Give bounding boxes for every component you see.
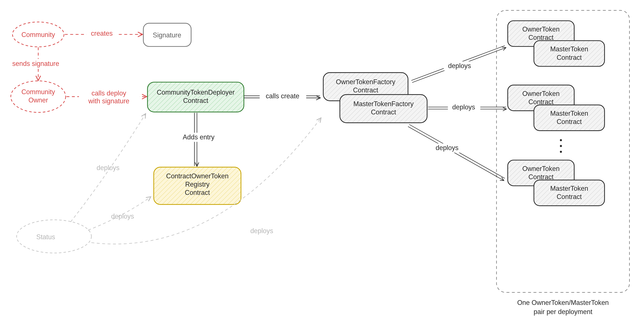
svg-text:Contract: Contract xyxy=(557,118,582,125)
svg-text:deploys: deploys xyxy=(250,227,273,235)
svg-text:deploys: deploys xyxy=(436,144,458,152)
svg-point-41 xyxy=(560,151,562,153)
calls-deploy-line2: with signature xyxy=(88,97,130,105)
registry-line2: Registry xyxy=(185,180,210,188)
vertical-ellipsis xyxy=(560,139,562,153)
svg-text:MasterToken: MasterToken xyxy=(550,110,588,117)
svg-text:deploys: deploys xyxy=(452,103,475,111)
master-token-factory-node: MasterTokenFactory Contract xyxy=(340,95,427,123)
deployer-line2: Contract xyxy=(183,97,208,104)
svg-text:deploys: deploys xyxy=(96,164,120,171)
registry-line1: ContractOwnerToken xyxy=(166,172,228,180)
master-factory-line1: MasterTokenFactory xyxy=(353,100,414,108)
adds-entry-label: Adds entry xyxy=(183,133,215,141)
svg-point-39 xyxy=(560,139,562,141)
svg-text:Contract: Contract xyxy=(528,173,554,180)
registry-node: ContractOwnerToken Registry Contract xyxy=(154,167,241,205)
svg-line-51 xyxy=(408,127,504,180)
token-pair-2: OwnerToken Contract MasterToken Contract xyxy=(508,85,604,131)
edge-adds-entry: Adds entry xyxy=(178,113,220,166)
edge-deploys-1: deploys xyxy=(411,46,506,83)
svg-text:Contract: Contract xyxy=(528,34,554,41)
status-label: Status xyxy=(36,233,55,241)
edge-sends-signature: sends signature xyxy=(5,47,66,80)
calls-deploy-line1: calls deploy xyxy=(92,89,126,97)
community-owner-node: Community Owner xyxy=(11,81,66,112)
sends-signature-label: sends signature xyxy=(12,60,59,67)
edge-status-to-deployer: deploys xyxy=(70,114,145,222)
master-token-2: MasterToken Contract xyxy=(534,105,604,131)
svg-text:deploys: deploys xyxy=(111,212,134,220)
edge-calls-create: calls create xyxy=(244,92,320,101)
community-owner-line1: Community xyxy=(21,88,55,96)
edge-calls-deploy: calls deploy with signature xyxy=(66,89,146,106)
creates-label: creates xyxy=(91,29,113,37)
master-token-1: MasterToken Contract xyxy=(534,41,604,66)
registry-line3: Contract xyxy=(185,189,210,196)
deployer-node: CommunityTokenDeployer Contract xyxy=(148,82,244,112)
deployer-line1: CommunityTokenDeployer xyxy=(157,89,235,96)
community-owner-line2: Owner xyxy=(28,96,48,104)
svg-text:Contract: Contract xyxy=(528,98,554,106)
svg-text:OwnerToken: OwnerToken xyxy=(522,165,560,172)
svg-text:Contract: Contract xyxy=(557,193,582,200)
svg-text:OwnerToken: OwnerToken xyxy=(522,25,560,33)
svg-text:MasterToken: MasterToken xyxy=(550,185,588,192)
owner-factory-line1: OwnerTokenFactory xyxy=(336,78,396,86)
signature-label: Signature xyxy=(153,31,181,39)
community-node: Community xyxy=(12,22,64,47)
group-caption-line2: pair per deployment xyxy=(534,308,592,316)
svg-text:OwnerToken: OwnerToken xyxy=(522,90,560,97)
diagram-canvas: Community creates Signature sends signat… xyxy=(0,0,644,321)
edge-deploys-2: deploys xyxy=(428,103,506,112)
calls-create-label: calls create xyxy=(266,92,299,100)
edge-status-to-registry: deploys xyxy=(88,197,150,230)
owner-factory-line2: Contract xyxy=(353,86,378,94)
signature-node: Signature xyxy=(143,23,191,46)
token-pair-3: OwnerToken Contract MasterToken Contract xyxy=(508,160,604,206)
community-label: Community xyxy=(21,31,55,38)
token-pair-1: OwnerToken Contract MasterToken Contract xyxy=(508,21,604,66)
status-node: Status xyxy=(16,220,91,253)
svg-text:MasterToken: MasterToken xyxy=(550,45,588,53)
svg-text:Contract: Contract xyxy=(557,54,582,61)
svg-text:deploys: deploys xyxy=(448,62,471,70)
svg-point-40 xyxy=(560,145,562,147)
master-factory-line2: Contract xyxy=(371,108,396,116)
edge-creates: creates xyxy=(65,29,142,38)
master-token-3: MasterToken Contract xyxy=(534,180,604,206)
edge-deploys-3: deploys xyxy=(408,124,505,180)
group-caption-line1: One OwnerToken/MasterToken xyxy=(517,299,609,306)
